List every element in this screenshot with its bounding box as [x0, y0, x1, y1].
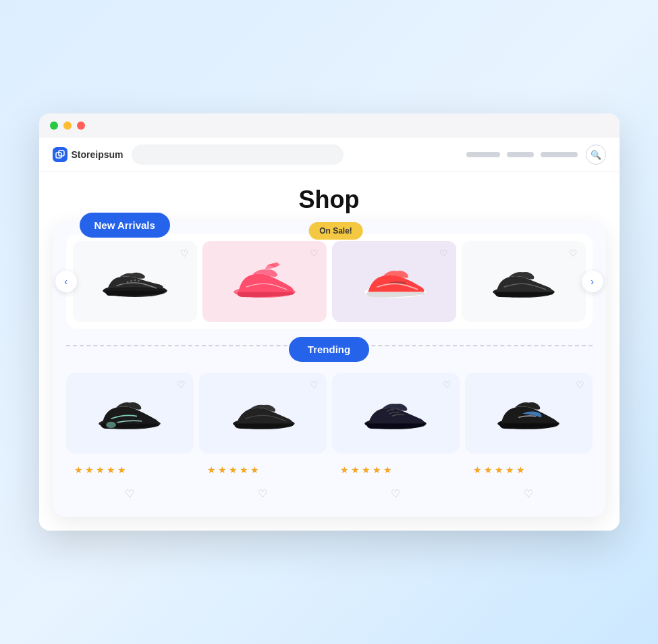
- star-3-2: ★: [351, 464, 360, 475]
- wishlist-button-3[interactable]: ♡: [437, 246, 451, 260]
- bottom-heart-1[interactable]: ♡: [66, 483, 194, 504]
- url-bar[interactable]: [132, 144, 344, 165]
- browser-titlebar: [39, 113, 620, 138]
- carousel-next-button[interactable]: ›: [582, 271, 603, 292]
- traffic-light-yellow[interactable]: [63, 122, 72, 130]
- trending-button[interactable]: Trending: [289, 337, 369, 362]
- bottom-heart-3[interactable]: ♡: [332, 483, 460, 504]
- star-4-1: ★: [473, 464, 482, 475]
- svg-point-6: [134, 279, 136, 281]
- trending-grid: ♡ ♡: [66, 373, 593, 454]
- shoe-image-2: [227, 258, 302, 305]
- carousel-item-3: ♡: [332, 241, 456, 322]
- logo-text: Storeipsum: [72, 149, 124, 160]
- star-2-4: ★: [240, 464, 248, 475]
- browser-window: Storeipsum 🔍 Shop New Arrivals ‹ ›: [39, 113, 620, 531]
- bottom-heart-2[interactable]: ♡: [199, 483, 327, 504]
- wishlist-trending-1[interactable]: ♡: [175, 378, 188, 392]
- trending-shoe-3: [358, 390, 433, 437]
- trending-item-1: ♡: [66, 373, 194, 454]
- search-icon: 🔍: [591, 150, 601, 160]
- wishlist-trending-4[interactable]: ♡: [574, 378, 587, 392]
- on-sale-badge: On Sale!: [308, 222, 363, 240]
- star-3-4: ★: [373, 464, 381, 475]
- trending-item-3: ♡: [332, 373, 460, 454]
- carousel-item-1: ♡: [73, 241, 197, 322]
- rating-4: ★ ★ ★ ★ ★: [465, 460, 593, 479]
- trending-shoe-1: [92, 390, 167, 437]
- svg-point-5: [130, 280, 132, 282]
- star-1-2: ★: [85, 464, 94, 475]
- store-logo: Storeipsum: [53, 147, 124, 162]
- bottom-hearts-row: ♡ ♡ ♡ ♡: [66, 483, 593, 504]
- star-2-5: ★: [250, 464, 259, 475]
- star-1-3: ★: [96, 464, 105, 475]
- star-3-3: ★: [362, 464, 371, 475]
- traffic-light-red[interactable]: [77, 122, 85, 130]
- star-2-1: ★: [207, 464, 216, 475]
- carousel-item-4: ♡: [462, 241, 586, 322]
- shoe-image-3: [357, 258, 431, 305]
- bottom-heart-4[interactable]: ♡: [465, 483, 593, 504]
- svg-point-4: [126, 281, 128, 284]
- wishlist-button-2[interactable]: ♡: [308, 246, 321, 260]
- trending-item-2: ♡: [199, 373, 327, 454]
- shoe-image-1: [98, 258, 172, 305]
- star-4-4: ★: [505, 464, 514, 475]
- rating-2: ★ ★ ★ ★ ★: [199, 460, 327, 479]
- ratings-row: ★ ★ ★ ★ ★ ★ ★ ★ ★ ★ ★ ★: [66, 460, 593, 479]
- shoe-image-4: [487, 258, 561, 305]
- rating-1: ★ ★ ★ ★ ★: [66, 460, 194, 479]
- star-2-2: ★: [218, 464, 227, 475]
- nav-links: [466, 152, 578, 157]
- star-4-5: ★: [516, 464, 525, 475]
- browser-navbar: Storeipsum 🔍: [39, 138, 620, 172]
- trending-shoe-2: [225, 390, 300, 437]
- wishlist-trending-2[interactable]: ♡: [308, 378, 321, 392]
- carousel-prev-button[interactable]: ‹: [55, 271, 77, 292]
- nav-link-2: [507, 152, 534, 157]
- trending-badge-wrap: Trending: [66, 337, 593, 362]
- trending-item-4: ♡: [465, 373, 593, 454]
- wishlist-button-1[interactable]: ♡: [178, 246, 192, 260]
- traffic-light-green[interactable]: [50, 122, 58, 130]
- star-3-1: ★: [340, 464, 349, 475]
- star-1-5: ★: [117, 464, 126, 475]
- svg-point-7: [138, 280, 140, 282]
- search-button[interactable]: 🔍: [586, 144, 606, 165]
- carousel-section: ‹ › On Sale! ♡: [66, 234, 593, 329]
- inner-panel: ‹ › On Sale! ♡: [53, 221, 606, 517]
- star-3-5: ★: [383, 464, 392, 475]
- carousel-track: ♡: [66, 234, 593, 329]
- page-content: Shop New Arrivals ‹ › On Sale! ♡: [39, 172, 620, 531]
- rating-3: ★ ★ ★ ★ ★: [332, 460, 460, 479]
- trending-section: Trending ♡: [66, 345, 593, 504]
- svg-point-12: [106, 422, 116, 428]
- star-4-2: ★: [484, 464, 493, 475]
- star-4-3: ★: [495, 464, 503, 475]
- nav-link-3: [541, 152, 578, 157]
- logo-icon: [53, 147, 67, 162]
- wishlist-button-4[interactable]: ♡: [567, 246, 580, 260]
- star-1-1: ★: [74, 464, 83, 475]
- new-arrivals-button[interactable]: New Arrivals: [80, 213, 170, 238]
- star-1-4: ★: [107, 464, 115, 475]
- star-2-3: ★: [229, 464, 238, 475]
- nav-link-1: [466, 152, 500, 157]
- trending-shoe-4: [491, 390, 566, 437]
- carousel-item-2: ♡: [202, 241, 327, 322]
- wishlist-trending-3[interactable]: ♡: [441, 378, 454, 392]
